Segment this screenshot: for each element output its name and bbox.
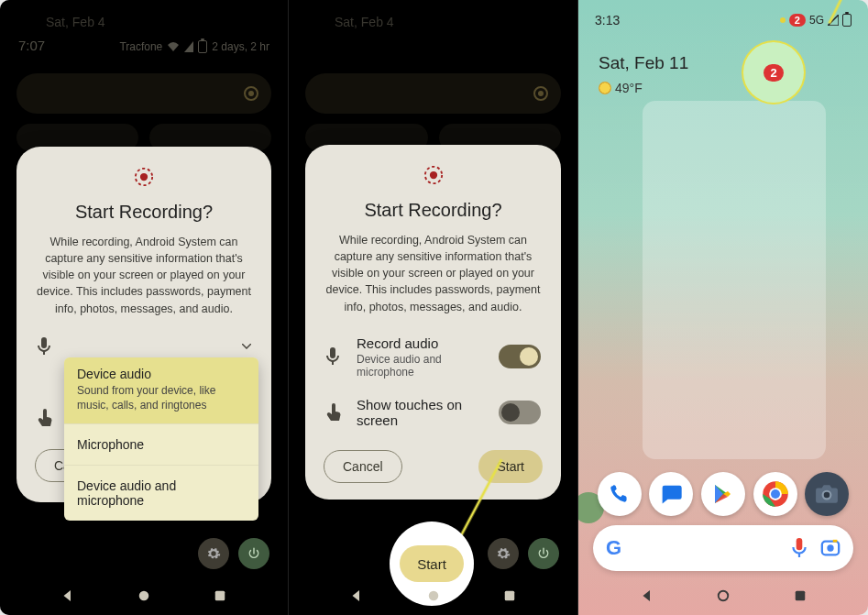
record-audio-row: Record audio Device audio and microphone bbox=[324, 330, 543, 384]
settings-chip[interactable] bbox=[198, 538, 229, 569]
option-subtitle: Sound from your device, like music, call… bbox=[77, 384, 246, 412]
record-audio-subtitle: Device audio and microphone bbox=[357, 353, 486, 379]
settings-chip[interactable] bbox=[488, 538, 519, 569]
quick-settings-corners bbox=[488, 538, 559, 569]
dropdown-option-both[interactable]: Device audio and microphone bbox=[64, 466, 258, 521]
svg-point-1 bbox=[140, 173, 148, 181]
chevron-down-icon bbox=[242, 344, 251, 349]
clock: 3:13 bbox=[595, 13, 620, 27]
power-chip[interactable] bbox=[238, 538, 269, 569]
weather-widget[interactable]: 49°F bbox=[599, 81, 643, 95]
camera-app[interactable] bbox=[805, 472, 849, 516]
badge-callout: 2 bbox=[743, 42, 804, 103]
back-icon[interactable] bbox=[348, 588, 365, 604]
status-right: 2 5G bbox=[780, 14, 852, 27]
notification-badge: 2 bbox=[789, 14, 806, 27]
nav-bar bbox=[0, 577, 288, 615]
screenshot-2: Sat, Feb 4 Start Recording? While record… bbox=[289, 0, 578, 615]
svg-rect-3 bbox=[215, 591, 225, 601]
dialog-body: While recording, Android System can capt… bbox=[35, 234, 253, 317]
svg-rect-17 bbox=[795, 591, 805, 601]
chrome-app[interactable] bbox=[753, 472, 797, 516]
home-icon[interactable] bbox=[715, 588, 731, 604]
mic-icon bbox=[37, 337, 55, 356]
home-icon[interactable] bbox=[136, 588, 152, 604]
svg-point-14 bbox=[827, 544, 833, 551]
screenshot-3: 3:13 2 5G 2 Sat, Feb 11 49°F G bbox=[578, 0, 868, 615]
show-touches-row: Show touches on screen bbox=[324, 391, 543, 434]
svg-point-10 bbox=[771, 489, 780, 499]
record-icon bbox=[423, 165, 444, 185]
audio-source-dropdown: Device audio Sound from your device, lik… bbox=[64, 357, 258, 521]
mic-icon bbox=[325, 347, 344, 366]
show-touches-title: Show touches on screen bbox=[357, 397, 486, 428]
google-g-icon: G bbox=[606, 536, 621, 560]
svg-point-5 bbox=[429, 171, 436, 179]
svg-rect-7 bbox=[505, 591, 515, 601]
wallpaper-tile bbox=[643, 101, 826, 459]
lens-icon[interactable] bbox=[820, 538, 841, 558]
start-recording-dialog: Start Recording? While recording, Androi… bbox=[305, 145, 561, 500]
touch-icon bbox=[37, 409, 55, 427]
quick-settings-corners bbox=[198, 538, 269, 569]
dialog-title: Start Recording? bbox=[324, 200, 543, 221]
network-label: 5G bbox=[809, 14, 824, 27]
dialog-body: While recording, Android System can capt… bbox=[324, 232, 543, 315]
record-audio-dropdown-trigger[interactable] bbox=[35, 332, 253, 361]
back-icon[interactable] bbox=[639, 588, 655, 604]
record-audio-toggle[interactable] bbox=[499, 345, 541, 368]
messages-app[interactable] bbox=[649, 472, 693, 516]
start-recording-dialog: Start Recording? While recording, Androi… bbox=[16, 147, 271, 502]
start-button[interactable]: Start bbox=[478, 450, 543, 483]
svg-rect-15 bbox=[833, 540, 838, 543]
dropdown-option-microphone[interactable]: Microphone bbox=[64, 424, 258, 465]
nav-bar bbox=[578, 577, 868, 615]
record-icon bbox=[134, 167, 154, 187]
status-bar: 3:13 2 5G bbox=[578, 13, 868, 27]
screenshot-1: Sat, Feb 4 7:07 Tracfone 2 days, 2 hr St… bbox=[0, 0, 289, 615]
dialog-title: Start Recording? bbox=[35, 202, 253, 223]
home-icon[interactable] bbox=[425, 588, 442, 604]
nav-bar bbox=[289, 577, 577, 615]
svg-point-16 bbox=[719, 591, 729, 601]
svg-point-2 bbox=[139, 591, 149, 601]
option-title: Device audio bbox=[77, 367, 246, 381]
battery-icon bbox=[842, 14, 852, 27]
recents-icon[interactable] bbox=[792, 588, 808, 604]
touch-icon bbox=[325, 403, 344, 422]
recents-icon[interactable] bbox=[212, 588, 228, 604]
power-chip[interactable] bbox=[528, 538, 559, 569]
record-audio-title: Record audio bbox=[357, 335, 486, 351]
mic-icon[interactable] bbox=[791, 538, 808, 558]
phone-app[interactable] bbox=[598, 472, 642, 516]
show-touches-toggle[interactable] bbox=[499, 401, 541, 424]
dialog-buttons: Cancel Start bbox=[324, 450, 543, 483]
callout-badge: 2 bbox=[764, 64, 783, 82]
dropdown-option-device-audio[interactable]: Device audio Sound from your device, lik… bbox=[64, 357, 258, 423]
dock bbox=[578, 472, 868, 516]
temperature: 49°F bbox=[615, 81, 643, 95]
recents-icon[interactable] bbox=[501, 588, 518, 604]
play-store-app[interactable] bbox=[701, 472, 745, 516]
back-icon[interactable] bbox=[60, 588, 76, 604]
svg-point-6 bbox=[428, 591, 438, 601]
recording-indicator-icon bbox=[780, 17, 786, 23]
home-date[interactable]: Sat, Feb 11 bbox=[599, 53, 688, 73]
cancel-button[interactable]: Cancel bbox=[324, 450, 402, 483]
google-search-bar[interactable]: G bbox=[593, 525, 853, 571]
sun-icon bbox=[599, 82, 611, 94]
svg-point-12 bbox=[824, 492, 830, 499]
